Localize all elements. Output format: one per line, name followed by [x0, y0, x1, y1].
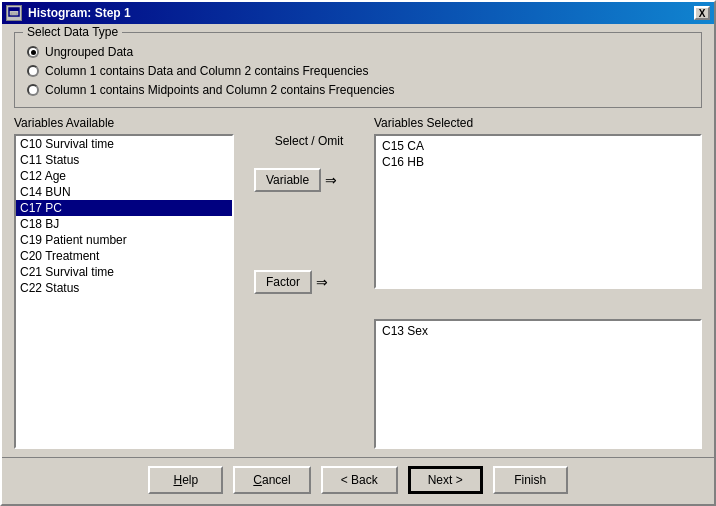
list-item[interactable]: C18 BJ [16, 216, 232, 232]
radio-ungrouped-label: Ungrouped Data [45, 45, 133, 59]
window-icon [6, 5, 22, 21]
radio-col1data[interactable]: Column 1 contains Data and Column 2 cont… [27, 64, 689, 78]
radio-group: Ungrouped Data Column 1 contains Data an… [27, 45, 689, 97]
list-item[interactable]: C10 Survival time [16, 136, 232, 152]
list-item[interactable]: C15 CA [378, 138, 698, 154]
window-title: Histogram: Step 1 [28, 6, 131, 20]
factor-arrow-row: Factor ⇒ [254, 270, 328, 294]
variables-column: Variables Available C10 Survival time C1… [14, 116, 244, 449]
list-item[interactable]: C13 Sex [378, 323, 698, 339]
help-button[interactable]: Help [148, 466, 223, 494]
select-data-type-group: Select Data Type Ungrouped Data Column 1… [14, 32, 702, 108]
factor-selected-listbox[interactable]: C13 Sex [374, 319, 702, 449]
variable-arrow: ⇒ [325, 172, 337, 188]
list-item[interactable]: C19 Patient number [16, 232, 232, 248]
list-item[interactable]: C14 BUN [16, 184, 232, 200]
title-bar-left: Histogram: Step 1 [6, 5, 131, 21]
back-button[interactable]: < Back [321, 466, 398, 494]
radio-col1mid-circle [27, 84, 39, 96]
selected-boxes: C15 CA C16 HB C13 Sex [374, 134, 702, 449]
radio-ungrouped[interactable]: Ungrouped Data [27, 45, 689, 59]
list-item[interactable]: C11 Status [16, 152, 232, 168]
variables-header: Variables Available [14, 116, 244, 130]
svg-rect-2 [11, 13, 17, 15]
group-box-label: Select Data Type [23, 25, 122, 39]
variable-selected-listbox[interactable]: C15 CA C16 HB [374, 134, 702, 289]
content-area: Select Data Type Ungrouped Data Column 1… [2, 24, 714, 457]
radio-col1mid-label: Column 1 contains Midpoints and Column 2… [45, 83, 395, 97]
main-area: Variables Available C10 Survival time C1… [14, 116, 702, 449]
list-item[interactable]: C12 Age [16, 168, 232, 184]
cancel-button[interactable]: Cancel [233, 466, 310, 494]
variable-arrow-row: Variable ⇒ [254, 168, 337, 192]
radio-col1data-circle [27, 65, 39, 77]
next-label: Next > [428, 473, 463, 487]
select-omit-header: Select / Omit [254, 134, 374, 148]
help-underline: H [173, 473, 182, 487]
radio-col1mid[interactable]: Column 1 contains Midpoints and Column 2… [27, 83, 689, 97]
svg-rect-1 [9, 8, 19, 11]
finish-button[interactable]: Finish [493, 466, 568, 494]
selected-header: Variables Selected [374, 116, 702, 130]
variable-button[interactable]: Variable [254, 168, 321, 192]
main-window: Histogram: Step 1 X Select Data Type Ung… [0, 0, 716, 506]
select-omit-column: Select / Omit Variable ⇒ Factor ⇒ [244, 116, 374, 449]
list-item[interactable]: C21 Survival time [16, 264, 232, 280]
radio-ungrouped-circle [27, 46, 39, 58]
list-item[interactable]: C20 Treatment [16, 248, 232, 264]
next-button[interactable]: Next > [408, 466, 483, 494]
title-bar: Histogram: Step 1 X [2, 2, 714, 24]
close-button[interactable]: X [694, 6, 710, 20]
selected-column: Variables Selected C15 CA C16 HB C13 Sex [374, 116, 702, 449]
factor-button[interactable]: Factor [254, 270, 312, 294]
list-item[interactable]: C22 Status [16, 280, 232, 296]
variables-listbox[interactable]: C10 Survival time C11 Status C12 Age C14… [14, 134, 234, 449]
factor-arrow: ⇒ [316, 274, 328, 290]
finish-label: Finish [514, 473, 546, 487]
cancel-underline: C [253, 473, 262, 487]
list-item-selected[interactable]: C17 PC [16, 200, 232, 216]
list-item[interactable]: C16 HB [378, 154, 698, 170]
radio-col1data-label: Column 1 contains Data and Column 2 cont… [45, 64, 369, 78]
footer: Help Cancel < Back Next > Finish [2, 457, 714, 504]
spacer [374, 295, 702, 313]
back-label: < Back [341, 473, 378, 487]
